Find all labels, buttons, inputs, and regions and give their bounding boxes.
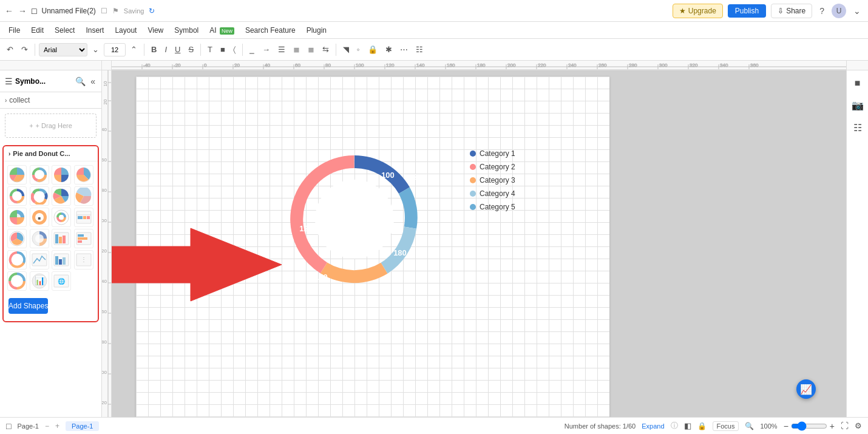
menu-symbol[interactable]: Symbol — [169, 24, 203, 36]
shape-thumb-2[interactable] — [30, 165, 49, 185]
path-button[interactable]: 〈 — [230, 43, 239, 56]
menu-file[interactable]: File — [4, 24, 25, 36]
shape-thumb-11[interactable] — [52, 208, 71, 227]
strikethrough-button[interactable]: S — [185, 43, 197, 56]
chevron-right-icon: › — [5, 97, 7, 104]
shape-thumb-9[interactable] — [7, 208, 27, 227]
effects-button[interactable]: ✱ — [382, 43, 395, 56]
page-minus-button[interactable]: − — [45, 422, 49, 430]
floating-action-button[interactable]: 📈 — [796, 379, 816, 399]
shape-thumb-19[interactable] — [52, 250, 71, 270]
dist-v-button[interactable]: ≣ — [305, 43, 317, 56]
svg-text:160: 160 — [102, 309, 107, 314]
legend-dot-4 — [470, 191, 476, 197]
shape-thumb-17[interactable] — [7, 250, 27, 270]
help-button[interactable]: ? — [817, 5, 827, 17]
italic-button[interactable]: I — [161, 43, 170, 56]
sidebar-collapse-button[interactable]: « — [89, 75, 97, 87]
shape-thumb-20[interactable]: ⋮ — [74, 250, 93, 270]
table-button[interactable]: ☷ — [413, 43, 426, 56]
settings-button[interactable]: ⚙ — [855, 421, 862, 430]
zoom-out-button[interactable]: − — [784, 421, 788, 431]
drag-here-area[interactable]: + + Drag Here — [5, 114, 97, 138]
account-chevron-icon[interactable]: ⌄ — [851, 5, 863, 17]
zoom-slider[interactable] — [791, 421, 827, 431]
focus-button[interactable]: Focus — [713, 421, 739, 431]
menu-ai[interactable]: AI New — [205, 24, 239, 36]
zoom-in-button[interactable]: + — [830, 421, 835, 431]
shape-thumb-15[interactable] — [52, 229, 71, 248]
menu-view[interactable]: View — [143, 24, 168, 36]
font-family-select[interactable]: Arial — [39, 43, 87, 56]
bookmark-icon[interactable]: ⚑ — [112, 7, 119, 15]
menu-select[interactable]: Select — [50, 24, 80, 36]
zoom-control: − + — [784, 421, 835, 431]
publish-button[interactable]: Publish — [728, 4, 766, 18]
add-shapes-button[interactable]: Add Shapes — [8, 298, 48, 314]
menu-edit[interactable]: Edit — [26, 24, 49, 36]
shapes-section-header[interactable]: › Pie and Donut C... — [4, 146, 98, 161]
ungroup-button[interactable]: ◦ — [354, 43, 363, 56]
share-button[interactable]: ⇩ Share — [771, 4, 812, 18]
red-arrow-annotation — [112, 216, 294, 313]
layer-icon-button[interactable]: ◧ — [684, 421, 691, 430]
arrow-button[interactable]: → — [259, 43, 273, 56]
shape-thumb-13[interactable] — [7, 229, 27, 248]
expand-button[interactable]: Expand — [642, 422, 664, 430]
font-chevron-icon[interactable]: ⌄ — [89, 43, 102, 56]
shape-thumb-1[interactable] — [7, 165, 27, 185]
shape-thumb-14[interactable] — [30, 229, 49, 248]
avatar-button[interactable]: U — [832, 4, 846, 18]
page-icon-button[interactable]: □ — [6, 421, 11, 431]
shapes-count-label: Number of shapes: 1/60 — [565, 422, 636, 430]
shape-thumb-23[interactable]: 🌐 — [52, 271, 71, 291]
shape-thumb-4[interactable] — [74, 165, 93, 185]
shape-thumb-5[interactable] — [7, 186, 27, 206]
back-arrow-icon[interactable]: ← — [5, 6, 13, 16]
menu-plugin[interactable]: Plugin — [302, 24, 331, 36]
right-panel-grid-button[interactable]: ☷ — [851, 120, 864, 136]
underline-button[interactable]: U — [172, 43, 183, 56]
fullscreen-button[interactable]: ⛶ — [841, 421, 849, 430]
more-button[interactable]: ⋯ — [397, 43, 411, 56]
shape-thumb-10[interactable]: ■ — [30, 208, 49, 227]
shape-thumb-22[interactable]: 📊 — [30, 271, 49, 291]
group-button[interactable]: ◥ — [340, 43, 352, 56]
align-button[interactable]: ☰ — [275, 43, 288, 56]
font-size-up-icon[interactable]: ⌃ — [127, 43, 140, 56]
undo-button[interactable]: ↶ — [4, 43, 16, 56]
shape-thumb-6[interactable] — [30, 186, 49, 206]
forward-arrow-icon[interactable]: → — [18, 6, 27, 16]
svg-text:10: 10 — [103, 81, 108, 86]
fill-button[interactable]: ■ — [217, 43, 228, 56]
shape-thumb-12[interactable] — [74, 208, 93, 227]
upgrade-button[interactable]: ★ Upgrade — [673, 4, 723, 18]
menu-insert[interactable]: Insert — [81, 24, 109, 36]
menu-layout[interactable]: Layout — [110, 24, 141, 36]
shape-thumb-18[interactable] — [30, 250, 49, 270]
shape-thumb-8[interactable] — [74, 186, 93, 206]
canvas-area[interactable]: 220 100 150 120 180 Category 1 Category … — [112, 70, 846, 417]
line-button[interactable]: ⎯ — [246, 43, 257, 56]
flip-button[interactable]: ⇆ — [319, 43, 332, 56]
shape-thumb-3[interactable] — [52, 165, 71, 185]
shape-thumb-7[interactable] — [52, 186, 71, 206]
lock-icon-button[interactable]: 🔒 — [697, 422, 707, 430]
text-button[interactable]: T — [205, 43, 215, 56]
dist-h-button[interactable]: ≣ — [290, 43, 303, 56]
current-page-tab[interactable]: Page-1 — [66, 421, 99, 431]
sidebar-search-button[interactable]: 🔍 — [74, 75, 87, 87]
menu-search-feature[interactable]: Search Feature — [240, 24, 300, 36]
shapes-section: › Pie and Donut C... — [2, 145, 99, 322]
font-size-input[interactable] — [104, 43, 126, 56]
shape-thumb-21[interactable] — [7, 271, 27, 291]
lock-button[interactable]: 🔒 — [365, 43, 381, 56]
right-panel-image-button[interactable]: 📷 — [849, 97, 866, 114]
right-panel-properties-button[interactable]: ■ — [852, 75, 863, 91]
bold-button[interactable]: B — [148, 43, 160, 56]
page-plus-button[interactable]: + — [55, 422, 59, 430]
sidebar-collect[interactable]: › collect — [0, 92, 101, 109]
svg-text:20: 20 — [234, 63, 240, 68]
redo-button[interactable]: ↷ — [18, 43, 31, 56]
shape-thumb-16[interactable] — [74, 229, 93, 248]
